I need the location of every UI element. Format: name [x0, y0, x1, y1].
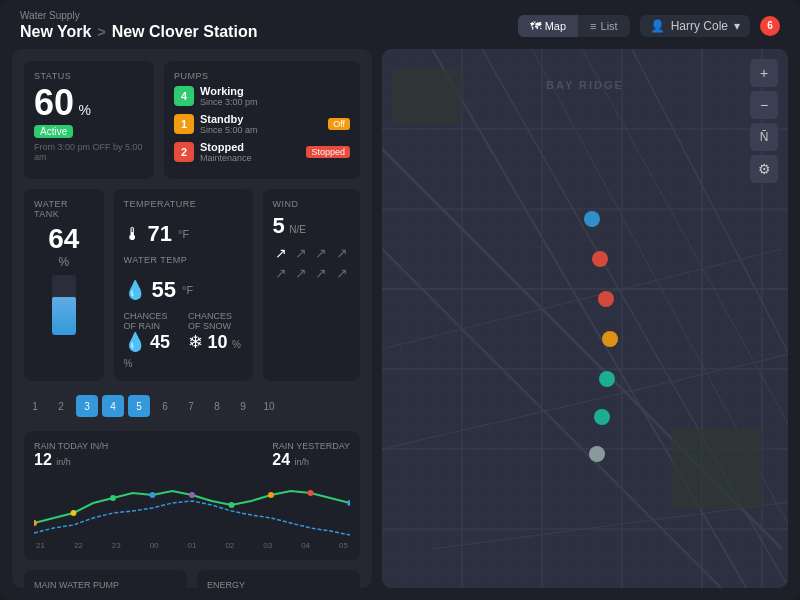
list-view-button[interactable]: ≡ List	[578, 15, 630, 37]
pump-stopped-count: 2	[174, 142, 194, 162]
pump-card: MAIN WATER PUMP 〜〜 115 k/h	[24, 570, 187, 588]
map-view-button[interactable]: 🗺 Map	[518, 15, 578, 37]
tabs-row: 1 2 3 4 5 6 7 8 9 10	[24, 391, 360, 421]
pump-working-count: 4	[174, 86, 194, 106]
pump-standby-count: 1	[174, 114, 194, 134]
map-panel: BAY RIDGE + − Ñ ⚙	[382, 49, 788, 588]
list-icon: ≡	[590, 20, 596, 32]
svg-point-35	[592, 251, 608, 267]
compass-button[interactable]: Ñ	[750, 123, 778, 151]
status-number: 60	[34, 82, 74, 123]
app-label: Water Supply	[20, 10, 257, 21]
svg-point-37	[602, 331, 618, 347]
wind-label: WIND	[273, 199, 350, 209]
svg-point-38	[599, 371, 615, 387]
tab-8[interactable]: 8	[206, 395, 228, 417]
thermometer-icon: 🌡	[124, 224, 142, 245]
map-controls: + − Ñ ⚙	[750, 59, 778, 183]
rain-yesterday-info: RAIN YESTERDAY 24 in/h	[272, 441, 350, 469]
zoom-out-button[interactable]: −	[750, 91, 778, 119]
top-right: 🗺 Map ≡ List 👤 Harry Cole ▾ 6	[518, 15, 780, 37]
svg-rect-33	[672, 429, 762, 509]
svg-point-36	[598, 291, 614, 307]
rain-header: RAIN TODAY IN/H 12 in/h RAIN YESTERDAY 2…	[34, 441, 350, 469]
breadcrumb-area: Water Supply New York > New Clover Stati…	[20, 10, 257, 41]
status-pumps-row: STATUS 60 % Active From 3:00 pm OFF by 5…	[24, 61, 360, 179]
pump-working-label: Working	[200, 85, 258, 97]
wind-arrow-7: ↗	[313, 265, 329, 281]
wind-arrow-5: ↗	[273, 265, 289, 281]
middle-section: WATER TANK 64 % TEMPERATURE 🌡 71 °F WA	[24, 189, 360, 381]
svg-point-0	[34, 520, 37, 526]
energy-card: ENERGY ⚡ 125 MW	[197, 570, 360, 588]
pump-standby-badge: Off	[328, 118, 350, 130]
wind-arrows: ↗ ↗ ↗ ↗ ↗ ↗ ↗ ↗	[273, 245, 350, 281]
snow-icon: ❄	[188, 332, 203, 352]
status-label: STATUS	[34, 71, 144, 81]
wind-arrow-2: ↗	[293, 245, 309, 261]
wind-arrow-8: ↗	[334, 265, 350, 281]
chances-row: CHANCES OF RAIN 💧 45 % CHANCES OF SNOW ❄	[124, 311, 243, 371]
map-streets-svg	[382, 49, 788, 588]
tab-7[interactable]: 7	[180, 395, 202, 417]
svg-rect-32	[392, 69, 462, 124]
svg-point-7	[308, 490, 314, 496]
chevron-down-icon: ▾	[734, 19, 740, 33]
tab-5[interactable]: 5	[128, 395, 150, 417]
left-panel: STATUS 60 % Active From 3:00 pm OFF by 5…	[12, 49, 372, 588]
tab-3[interactable]: 3	[76, 395, 98, 417]
breadcrumb: New York > New Clover Station	[20, 23, 257, 41]
bay-ridge-label: BAY RIDGE	[546, 79, 624, 91]
svg-point-3	[150, 492, 156, 498]
svg-point-40	[589, 446, 605, 462]
wind-arrow-3: ↗	[313, 245, 329, 261]
pump-stopped-info: Stopped Maintenance	[200, 141, 252, 163]
zoom-in-button[interactable]: +	[750, 59, 778, 87]
svg-point-2	[110, 495, 116, 501]
map-icon: 🗺	[530, 20, 541, 32]
view-toggle: 🗺 Map ≡ List	[518, 15, 630, 37]
status-active-badge: Active	[34, 125, 73, 138]
wind-arrow-6: ↗	[293, 265, 309, 281]
rain-chart-area	[34, 473, 350, 543]
weather-card: TEMPERATURE 🌡 71 °F WATER TEMP 💧 55 °F	[114, 189, 253, 381]
tab-10[interactable]: 10	[258, 395, 280, 417]
water-temp-icon: 💧	[124, 279, 146, 301]
svg-point-4	[189, 492, 195, 498]
user-avatar-icon: 👤	[650, 19, 665, 33]
pumps-label: PUMPS	[174, 71, 350, 81]
tab-2[interactable]: 2	[50, 395, 72, 417]
rain-chart-section: RAIN TODAY IN/H 12 in/h RAIN YESTERDAY 2…	[24, 431, 360, 560]
rain-chart-svg	[34, 473, 350, 543]
status-time: From 3:00 pm OFF by 5:00 am	[34, 142, 144, 162]
temp-row: 🌡 71 °F	[124, 221, 243, 247]
map-background: BAY RIDGE + − Ñ ⚙	[382, 49, 788, 588]
pump-working-info: Working Since 3:00 pm	[200, 85, 258, 107]
water-tank-card: WATER TANK 64 %	[24, 189, 104, 381]
svg-point-6	[268, 492, 274, 498]
user-menu[interactable]: 👤 Harry Cole ▾	[640, 15, 750, 37]
pump-standby-row: 1 Standby Since 5:00 am Off	[174, 113, 350, 135]
svg-point-5	[229, 502, 235, 508]
tab-6[interactable]: 6	[154, 395, 176, 417]
wind-arrow-1: ↗	[273, 245, 289, 261]
svg-point-39	[594, 409, 610, 425]
settings-map-button[interactable]: ⚙	[750, 155, 778, 183]
tank-visual	[52, 275, 76, 335]
main-content: STATUS 60 % Active From 3:00 pm OFF by 5…	[0, 49, 800, 600]
notification-badge[interactable]: 6	[760, 16, 780, 36]
tab-1[interactable]: 1	[24, 395, 46, 417]
rain-today-info: RAIN TODAY IN/H 12 in/h	[34, 441, 108, 469]
rain-chance: CHANCES OF RAIN 💧 45 %	[124, 311, 179, 371]
tab-9[interactable]: 9	[232, 395, 254, 417]
breadcrumb-separator: >	[97, 24, 105, 40]
bottom-cards: MAIN WATER PUMP 〜〜 115 k/h ENERGY	[24, 570, 360, 588]
snow-chance: CHANCES OF SNOW ❄ 10 %	[188, 311, 243, 371]
tab-4[interactable]: 4	[102, 395, 124, 417]
pump-standby-info: Standby Since 5:00 am	[200, 113, 258, 135]
pump-working-row: 4 Working Since 3:00 pm	[174, 85, 350, 107]
breadcrumb-location: New Clover Station	[112, 23, 258, 41]
pump-stopped-row: 2 Stopped Maintenance Stopped	[174, 141, 350, 163]
status-value-row: 60 %	[34, 85, 144, 121]
svg-point-34	[584, 211, 600, 227]
